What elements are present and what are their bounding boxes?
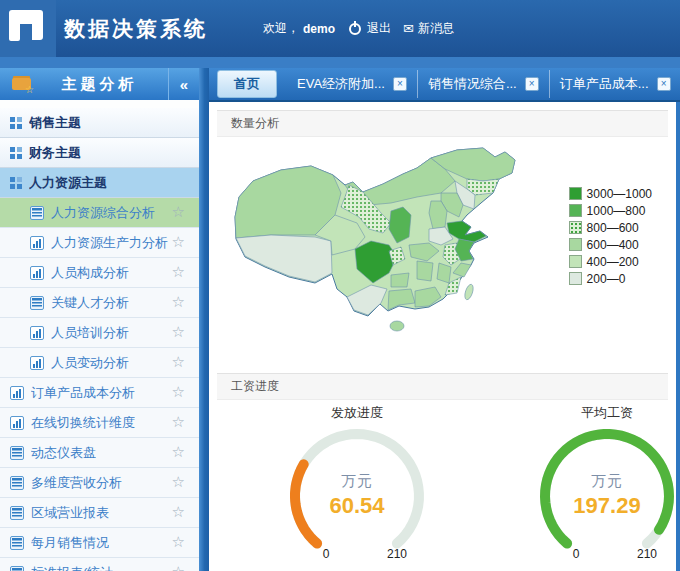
content-panel: 数量分析 — [209, 102, 680, 571]
sidebar-item-label: 区域营业报表 — [31, 504, 109, 522]
sidebar-item[interactable]: 人员构成分析 ☆ — [0, 258, 199, 288]
sidebar-menu: 销售主题 财务主题 人力资源主题 人力资源综合分析 ☆ 人力资源生产力分析 ☆ … — [0, 100, 199, 571]
gauge-readout: 万元 60.54 — [267, 472, 447, 519]
tab-label: 首页 — [234, 75, 260, 93]
welcome-bar: 欢迎，demo 退出 ✉ 新消息 — [263, 20, 454, 37]
envelope-icon[interactable]: ✉ — [403, 21, 414, 36]
sidebar-item[interactable]: 人力资源综合分析 ☆ — [0, 198, 199, 228]
sidebar-item-label: 财务主题 — [29, 144, 81, 162]
legend-label: 800—600 — [587, 221, 639, 235]
sidebar-item-label: 人员培训分析 — [51, 324, 129, 342]
sidebar-item-label: 销售主题 — [29, 114, 81, 132]
bar-icon — [30, 356, 44, 370]
legend-label: 1000—800 — [587, 204, 646, 218]
sidebar-item[interactable]: 人员变动分析 ☆ — [0, 348, 199, 378]
sidebar-item[interactable]: 订单产品成本分析 ☆ — [0, 378, 199, 408]
favorite-star-icon[interactable]: ☆ — [172, 443, 185, 461]
legend-row: 800—600 — [569, 219, 652, 236]
sidebar-item[interactable]: 人力资源生产力分析 ☆ — [0, 228, 199, 258]
username: demo — [303, 22, 335, 36]
sidebar-item[interactable]: 关键人才分析 ☆ — [0, 288, 199, 318]
gauge-readout: 万元 197.29 — [517, 472, 680, 519]
list-icon — [30, 296, 44, 310]
messages-button[interactable]: 新消息 — [418, 20, 454, 37]
favorite-star-icon[interactable]: ☆ — [172, 503, 185, 521]
sidebar-item-label: 关键人才分析 — [51, 294, 129, 312]
logout-button[interactable]: 退出 — [367, 20, 391, 37]
tab-close-icon[interactable]: × — [393, 77, 407, 91]
tab[interactable]: 订单产品成本... × — [550, 70, 680, 98]
grid-icon — [10, 117, 22, 129]
tab[interactable]: 销售情况综合... × — [418, 70, 550, 98]
sidebar-item[interactable]: 区域营业报表 ☆ — [0, 498, 199, 528]
favorite-star-icon[interactable]: ☆ — [172, 533, 185, 551]
svg-text:210: 210 — [387, 547, 407, 561]
sidebar-item[interactable]: 动态仪表盘 ☆ — [0, 438, 199, 468]
map-region — [417, 261, 433, 281]
favorite-star-icon[interactable]: ☆ — [172, 383, 185, 401]
legend-row: 200—0 — [569, 270, 652, 287]
bar-icon — [10, 386, 24, 400]
sidebar-item[interactable]: 每月销售情况 ☆ — [0, 528, 199, 558]
panel-splitter[interactable] — [199, 68, 209, 571]
list-icon — [10, 506, 24, 520]
favorite-star-icon[interactable]: ☆ — [172, 563, 185, 571]
svg-text:0: 0 — [323, 547, 330, 561]
tab-close-icon[interactable]: × — [525, 77, 539, 91]
power-icon[interactable] — [349, 23, 361, 35]
grid-icon — [10, 147, 22, 159]
gauge-value: 60.54 — [267, 493, 447, 519]
gauge-average-salary: 平均工资 0210 万元 197.29 — [517, 404, 680, 571]
gauge-value: 197.29 — [517, 493, 680, 519]
app-title: 数据决策系统 — [64, 15, 208, 43]
tab[interactable]: 首页 — [217, 70, 277, 98]
favorite-star-icon[interactable]: ☆ — [172, 233, 185, 251]
list-icon — [10, 476, 24, 490]
sidebar-item-label: 人员构成分析 — [51, 264, 129, 282]
favorite-star-icon[interactable]: ☆ — [172, 323, 185, 341]
legend-row: 600—400 — [569, 236, 652, 253]
favorite-star-icon[interactable]: ☆ — [172, 413, 185, 431]
sidebar-item[interactable]: 多维度营收分析 ☆ — [0, 468, 199, 498]
sidebar-item-label: 人力资源生产力分析 — [51, 234, 168, 252]
sidebar-item-label: 标准报表(统计 — [31, 564, 113, 571]
sidebar-item-label: 多维度营收分析 — [31, 474, 122, 492]
favorite-star-icon[interactable]: ☆ — [172, 293, 185, 311]
gauge-unit: 万元 — [517, 472, 680, 491]
main-panel: 首页 EVA经济附加... × 销售情况综合... × 订单产品成本... × … — [209, 68, 680, 571]
bar-icon — [30, 266, 44, 280]
tab-label: 订单产品成本... — [560, 75, 649, 93]
sidebar-item-label: 在线切换统计维度 — [31, 414, 135, 432]
tab-close-icon[interactable]: × — [657, 77, 671, 91]
map-region — [415, 287, 441, 307]
sidebar-item[interactable]: 销售主题 — [0, 108, 199, 138]
legend-row: 400—200 — [569, 253, 652, 270]
sidebar-item[interactable]: 在线切换统计维度 ☆ — [0, 408, 199, 438]
china-choropleth-map[interactable] — [231, 145, 561, 360]
gauge-section: 发放进度 0210 万元 60.54 平均工资 0210 万元 197.29 — [209, 400, 676, 571]
sidebar-item[interactable]: 人员培训分析 ☆ — [0, 318, 199, 348]
legend-row: 1000—800 — [569, 202, 652, 219]
gauge-title: 发放进度 — [267, 404, 447, 422]
favorite-star-icon[interactable]: ☆ — [172, 263, 185, 281]
bar-icon — [30, 236, 44, 250]
sidebar-item-label: 人员变动分析 — [51, 354, 129, 372]
tab[interactable]: EVA经济附加... × — [287, 70, 418, 98]
sidebar-item[interactable]: 人力资源主题 — [0, 168, 199, 198]
sidebar-item[interactable]: 财务主题 — [0, 138, 199, 168]
favorite-star-icon[interactable]: ☆ — [172, 353, 185, 371]
favorite-star-icon[interactable]: ☆ — [172, 473, 185, 491]
app-header: 数据决策系统 欢迎，demo 退出 ✉ 新消息 — [0, 0, 680, 57]
sidebar-collapse-button[interactable]: « — [168, 68, 199, 100]
legend-label: 400—200 — [587, 255, 639, 269]
map-section: 3000—10001000—800800—600600—400400—20020… — [209, 137, 676, 365]
grid-icon — [10, 177, 22, 189]
list-icon — [10, 566, 24, 571]
list-icon — [10, 446, 24, 460]
legend-label: 200—0 — [587, 272, 626, 286]
tab-label: EVA经济附加... — [297, 75, 385, 93]
tab-label: 销售情况综合... — [428, 75, 517, 93]
favorite-star-icon[interactable]: ☆ — [172, 203, 185, 221]
sidebar-item[interactable]: 标准报表(统计 ☆ — [0, 558, 199, 571]
tab-bar: 首页 EVA经济附加... × 销售情况综合... × 订单产品成本... × — [209, 68, 680, 102]
